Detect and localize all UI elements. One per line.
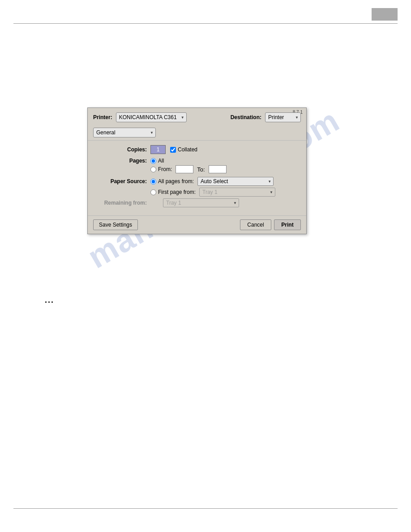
pages-to-label: To: [197, 166, 205, 173]
pages-label: Pages: [93, 158, 147, 164]
pages-from-label: From: [158, 166, 172, 172]
cancel-button[interactable]: Cancel [240, 219, 271, 230]
first-page-radio-col: First page from: [150, 189, 196, 195]
all-pages-from-label: All pages from: [158, 178, 194, 184]
pages-all-row: Pages: All [93, 158, 301, 164]
first-page-select-wrapper: Tray 1 [199, 188, 275, 197]
pages-from-option: From: [150, 166, 172, 172]
collated-label: Collated [178, 146, 197, 153]
dialog-buttons: Save Settings Cancel Print [88, 215, 306, 234]
printer-label: Printer: [93, 114, 112, 120]
ellipsis-text: ... [45, 296, 54, 305]
first-page-radio[interactable] [150, 189, 156, 195]
print-dialog: 8.7.1 Printer: KONICAMINOLTA C361 Destin… [87, 107, 307, 234]
paper-source-label: Paper Source: [93, 178, 147, 184]
pages-to-input[interactable] [209, 165, 227, 173]
all-pages-radio-col: All pages from: [150, 178, 194, 184]
pages-block: Pages: All From: To: [93, 158, 301, 173]
pages-all-label: All [158, 158, 164, 164]
printer-select-wrapper: KONICAMINOLTA C361 [116, 112, 187, 122]
collated-checkbox-label: Collated [170, 146, 197, 153]
copies-input[interactable] [150, 145, 166, 154]
remaining-from-label: Remaining from: [93, 200, 147, 206]
pages-all-option: All [150, 158, 164, 164]
remaining-select-wrapper: Tray 1 [163, 198, 239, 207]
printer-select[interactable]: KONICAMINOLTA C361 [116, 112, 187, 122]
collated-checkbox[interactable] [170, 147, 176, 153]
copies-row: Copies: Collated [93, 145, 301, 154]
destination-select-wrapper: Printer [265, 112, 301, 122]
first-page-from-row: First page from: Tray 1 [93, 188, 301, 197]
remaining-dropdown[interactable]: Tray 1 [163, 198, 239, 207]
copies-label: Copies: [93, 146, 147, 153]
right-buttons: Cancel Print [240, 219, 301, 230]
auto-select-wrapper: Auto Select [197, 177, 274, 186]
general-row: General [88, 125, 306, 141]
general-select-wrapper: General [93, 128, 156, 137]
printer-destination-row: Printer: KONICAMINOLTA C361 Destination:… [88, 108, 306, 125]
print-button[interactable]: Print [274, 219, 301, 230]
destination-label: Destination: [231, 114, 261, 120]
page-number-badge [372, 8, 398, 21]
all-pages-from-row: Paper Source: All pages from: Auto Selec… [93, 177, 301, 186]
pages-fromto-row: From: To: [150, 165, 301, 173]
auto-select-dropdown[interactable]: Auto Select [197, 177, 274, 186]
paper-source-block: Paper Source: All pages from: Auto Selec… [93, 177, 301, 207]
pages-from-input[interactable] [176, 165, 193, 173]
remaining-from-row: Remaining from: Tray 1 [93, 198, 301, 207]
top-divider [13, 23, 398, 24]
pages-all-radio[interactable] [150, 158, 156, 164]
all-pages-radio[interactable] [150, 179, 156, 184]
destination-select[interactable]: Printer [265, 112, 301, 122]
general-select[interactable]: General [93, 128, 156, 137]
save-settings-button[interactable]: Save Settings [93, 219, 138, 230]
remaining-from-text: Remaining from: [104, 200, 147, 206]
pages-from-radio[interactable] [150, 167, 156, 172]
first-page-dropdown[interactable]: Tray 1 [199, 188, 275, 197]
bottom-divider [13, 508, 398, 509]
dialog-content: Copies: Collated Pages: All From: [88, 141, 306, 215]
first-page-from-label: First page from: [158, 189, 196, 195]
